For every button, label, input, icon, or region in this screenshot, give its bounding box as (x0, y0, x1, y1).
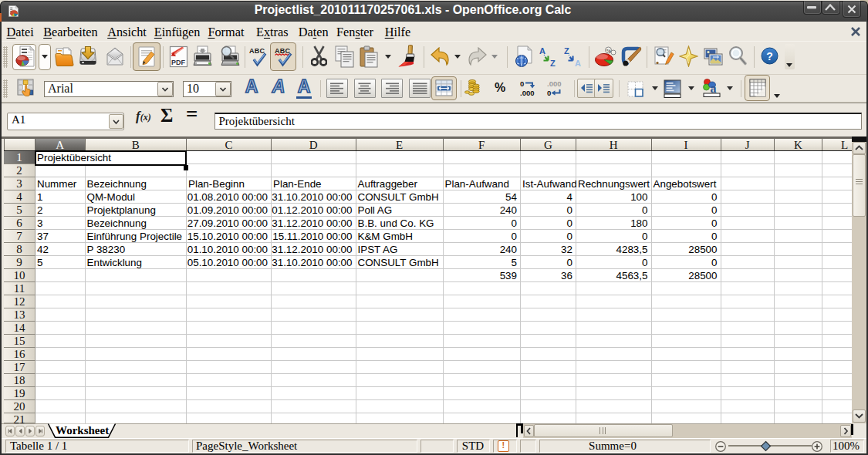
svg-text:Z: Z (550, 59, 556, 67)
svg-text:.000: .000 (520, 89, 535, 97)
svg-text:0: 0 (547, 89, 551, 97)
svg-text:Z: Z (564, 46, 569, 56)
svg-text:PDF: PDF (171, 59, 186, 66)
svg-text:A: A (575, 59, 581, 67)
svg-text:.000: .000 (547, 79, 562, 88)
svg-text:ABC: ABC (249, 47, 265, 55)
svg-text:a: a (711, 82, 717, 95)
svg-text:?: ? (766, 50, 773, 62)
svg-text:%: % (606, 48, 612, 53)
svg-text:A: A (539, 46, 545, 56)
svg-text:ABC: ABC (275, 47, 290, 55)
svg-text:0: 0 (520, 79, 524, 88)
